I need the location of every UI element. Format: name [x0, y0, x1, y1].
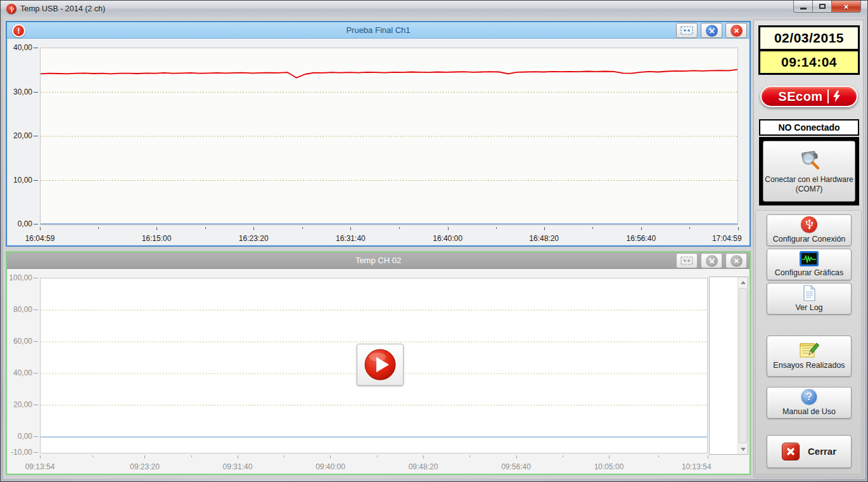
x-axis-tick [641, 227, 642, 230]
y-axis-label: 20,00 [13, 400, 32, 409]
chart-ch2-y-axis: 100,0080,0060,0040,0020,000,00-10,00 [7, 269, 40, 474]
close-chart-icon [731, 25, 743, 37]
x-axis-label: 16:23:20 [239, 234, 269, 243]
tests-done-button[interactable]: Ensayos Realizados [767, 335, 852, 377]
series-line-Ch1 [41, 70, 737, 78]
x-axis-label: 16:04:59 [25, 234, 55, 243]
configure-charts-button[interactable]: Configurar Gráficas [767, 249, 852, 280]
chart-tools-button[interactable] [701, 23, 722, 38]
y-axis-label: 30,00 [13, 87, 32, 96]
connect-hardware-label: Conectar con el Hardware (COM7) [763, 175, 855, 194]
vertical-scrollbar[interactable] [737, 277, 748, 454]
x-axis-label: 17:04:59 [712, 234, 742, 243]
hardware-search-icon [796, 149, 822, 171]
x-axis-label: 16:48:20 [529, 234, 559, 243]
y-axis-tick [34, 373, 38, 374]
chart-ch2-x-axis: 09:13:5409:23:2009:31:4009:40:0009:48:20… [40, 455, 708, 472]
minimize-button[interactable] [793, 1, 813, 13]
scroll-down-button[interactable] [738, 444, 748, 454]
chart-ch1-title: Prueba Final Ch1 [346, 25, 410, 35]
y-axis-tick [34, 405, 38, 405]
x-axis-minor-tick [98, 227, 99, 229]
window-controls: × [793, 1, 861, 13]
x-axis-tick [253, 227, 254, 230]
scroll-up-button[interactable] [738, 277, 748, 287]
arrow-up-icon [741, 281, 746, 284]
chart-ch1-plot-area[interactable] [40, 48, 738, 225]
tests-done-label: Ensayos Realizados [773, 361, 845, 371]
chart-ch2-toolbar [676, 253, 747, 268]
x-axis-minor-tick [689, 227, 690, 229]
x-axis-label: 16:56:40 [626, 234, 656, 243]
x-axis-minor-tick [496, 227, 497, 229]
y-axis-tick [34, 309, 38, 310]
x-axis-tick [156, 227, 157, 230]
configure-charts-label: Configurar Gráficas [775, 268, 843, 278]
y-axis-tick [34, 278, 38, 278]
x-axis-tick [708, 455, 708, 459]
close-chart-icon [731, 255, 743, 267]
y-axis-label: 40,00 [13, 368, 32, 377]
chart-ch2-list-panel [709, 277, 748, 455]
time-display: 09:14:04 [760, 51, 858, 73]
chart-panel-ch2: Temp CH 02 [6, 251, 751, 475]
clock-display: 02/03/2015 09:14:04 [758, 25, 860, 75]
secom-logo-text: SEcom [778, 89, 822, 104]
connection-status-badge: NO Conectado [759, 119, 859, 136]
x-axis-label: 09:31:40 [223, 462, 253, 471]
close-chart-button[interactable] [725, 23, 747, 38]
y-axis-tick [34, 136, 38, 136]
view-log-button[interactable]: Ver Log [767, 283, 852, 315]
y-axis-tick [34, 48, 38, 48]
waveform-monitor-icon [800, 251, 819, 266]
titlebar: Temp USB - 2014 (2 ch) × [1, 1, 867, 17]
x-axis-tick [544, 227, 545, 230]
x-axis-tick [330, 455, 331, 459]
configure-connection-button[interactable]: Configurar Conexión [767, 214, 852, 246]
x-axis-label: 10:05:00 [594, 462, 624, 471]
x-axis-minor-tick [205, 227, 206, 229]
y-axis-label: 60,00 [13, 337, 32, 346]
chart-ch1-header: ! Prueba Final Ch1 [7, 22, 750, 39]
scrollbar-thumb[interactable] [739, 288, 747, 443]
x-axis-tick [350, 227, 351, 230]
chart-ch1-toolbar [676, 23, 747, 38]
x-axis-minor-tick [658, 455, 659, 457]
help-icon: ? [801, 389, 817, 405]
close-chart-button-disabled [725, 253, 747, 268]
x-axis-label: 09:56:40 [501, 462, 531, 471]
notepad-pencil-icon [799, 341, 819, 359]
x-axis-tick [738, 227, 739, 230]
x-axis-minor-tick [563, 455, 563, 457]
chart-ch2-header: Temp CH 02 [7, 252, 750, 269]
start-acquisition-button[interactable] [357, 344, 404, 386]
fit-to-window-button[interactable] [676, 23, 698, 38]
document-icon [803, 285, 816, 301]
client-area: ! Prueba Final Ch1 [3, 17, 865, 479]
user-manual-button[interactable]: ? Manual de Uso [767, 387, 852, 419]
x-axis-label: 09:40:00 [316, 462, 345, 471]
x-axis-tick [609, 455, 610, 459]
y-axis-tick [34, 341, 38, 342]
x-axis-minor-tick [469, 455, 470, 457]
y-axis-label: 40,00 [13, 43, 32, 52]
y-axis-label: 0,00 [18, 432, 32, 441]
close-button[interactable]: × [832, 1, 861, 13]
y-axis-label: 0,00 [18, 219, 32, 228]
logo-divider [827, 89, 829, 103]
connect-hardware-button[interactable]: Conectar con el Hardware (COM7) [763, 141, 855, 202]
x-axis-label: 09:13:54 [25, 462, 55, 471]
chart-ch2-title: Temp CH 02 [355, 256, 401, 265]
x-axis-label: 09:23:20 [130, 462, 160, 471]
fit-to-window-icon [680, 25, 694, 36]
x-axis-tick [40, 455, 41, 459]
tools-icon [706, 25, 718, 37]
app-usb-icon [6, 4, 16, 14]
chart-ch1-y-axis: 40,0030,0020,0010,000,00 [7, 39, 40, 245]
x-axis-tick [516, 455, 517, 459]
y-axis-tick [34, 452, 38, 453]
maximize-button[interactable] [813, 1, 832, 13]
x-axis-tick [238, 455, 238, 459]
x-axis-minor-tick [302, 227, 303, 229]
close-app-button[interactable]: Cerrar [767, 435, 852, 468]
